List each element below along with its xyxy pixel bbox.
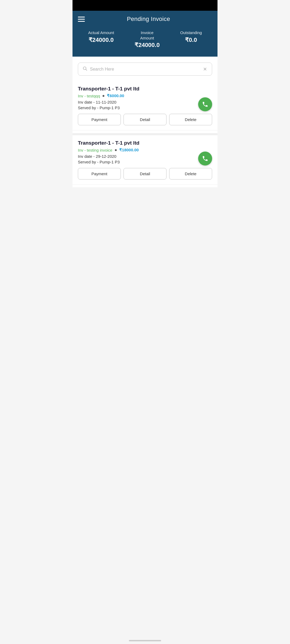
stat-outstanding-value: ₹0.0 [180,36,202,43]
header-stats: Actual Amount ₹24000.0 InvoiceAmount ₹24… [78,30,212,49]
dot-2: ● [114,148,117,152]
detail-button-2[interactable]: Detail [124,168,166,180]
dot-1: ● [102,93,105,98]
svg-line-1 [86,69,87,70]
invoice-served-1: Served by - Pump-1 P3 [78,105,212,110]
delete-button-1[interactable]: Delete [169,114,212,125]
search-icon [82,66,87,72]
stat-actual-label: Actual Amount [88,30,114,35]
action-buttons-2: Payment Detail Delete [78,168,212,180]
payment-button-1[interactable]: Payment [78,114,121,125]
search-input[interactable] [90,67,202,72]
payment-button-2[interactable]: Payment [78,168,121,180]
search-section: ✕ [73,57,218,78]
stat-actual-value: ₹24000.0 [88,36,114,43]
invoice-served-2: Served by - Pump-1 P3 [78,160,212,164]
stat-actual-amount: Actual Amount ₹24000.0 [88,30,114,49]
menu-icon[interactable] [78,17,85,22]
invoice-transporter-2: Transporter-1 - T-1 pvt ltd [78,140,212,146]
invoice-id-2: Inv - testing invoice [78,148,112,152]
detail-button-1[interactable]: Detail [124,114,166,125]
action-buttons-1: Payment Detail Delete [78,114,212,125]
search-bar: ✕ [78,63,212,76]
header: Pending Invoice Actual Amount ₹24000.0 I… [73,11,218,57]
invoice-date-1: Inv date - 11-11-2020 [78,100,212,104]
invoice-amount-2: ₹18000.00 [119,148,139,152]
delete-button-2[interactable]: Delete [169,168,212,180]
invoice-date-2: Inv date - 29-12-2020 [78,154,212,159]
invoice-id-1: Inv - testqqq [78,94,100,98]
stat-outstanding-label: Outstanding [180,30,202,35]
call-button-2[interactable] [198,151,212,165]
page-title: Pending Invoice [85,16,212,23]
invoice-transporter-1: Transporter-1 - T-1 pvt ltd [78,86,212,92]
invoice-card-2: Transporter-1 - T-1 pvt ltd Inv - testin… [73,133,218,185]
stat-invoice-label: InvoiceAmount [135,30,160,41]
clear-search-icon[interactable]: ✕ [202,66,208,72]
stat-outstanding: Outstanding ₹0.0 [180,30,202,49]
call-button-1[interactable] [198,97,212,111]
invoice-meta-2: Inv - testing invoice ● ₹18000.00 [78,148,212,152]
invoice-card-1: Transporter-1 - T-1 pvt ltd Inv - testqq… [73,81,218,130]
invoice-amount-1: ₹6000.00 [107,93,124,98]
stat-invoice-value: ₹24000.0 [135,42,160,49]
invoice-list: Transporter-1 - T-1 pvt ltd Inv - testqq… [73,78,218,187]
stat-invoice-amount: InvoiceAmount ₹24000.0 [135,30,160,49]
invoice-meta-1: Inv - testqqq ● ₹6000.00 [78,93,212,98]
status-bar [73,0,218,11]
